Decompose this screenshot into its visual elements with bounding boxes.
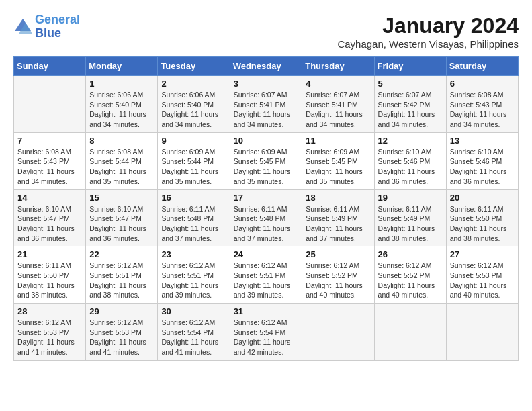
calendar-cell: 20Sunrise: 6:11 AMSunset: 5:50 PMDayligh… [446,189,518,246]
calendar-cell [446,304,518,361]
calendar-cell: 25Sunrise: 6:12 AMSunset: 5:52 PMDayligh… [302,246,374,304]
page-header: General Blue January 2024 Cayhagan, West… [13,13,519,50]
day-number: 16 [161,193,226,203]
day-info: Sunrise: 6:12 AMSunset: 5:52 PMDaylight:… [378,261,443,300]
day-info: Sunrise: 6:11 AMSunset: 5:50 PMDaylight:… [17,261,82,300]
calendar-cell: 5Sunrise: 6:07 AMSunset: 5:42 PMDaylight… [374,76,446,133]
calendar-cell: 30Sunrise: 6:12 AMSunset: 5:54 PMDayligh… [158,304,230,361]
day-number: 14 [17,193,82,203]
logo-icon [13,17,32,36]
calendar-cell: 14Sunrise: 6:10 AMSunset: 5:47 PMDayligh… [14,189,86,246]
day-number: 8 [89,136,154,146]
calendar-cell: 1Sunrise: 6:06 AMSunset: 5:40 PMDaylight… [86,76,158,133]
day-number: 23 [161,249,226,259]
day-number: 7 [17,136,82,146]
day-info: Sunrise: 6:10 AMSunset: 5:47 PMDaylight:… [89,204,154,244]
calendar-cell: 19Sunrise: 6:11 AMSunset: 5:49 PMDayligh… [374,189,446,246]
calendar-cell: 28Sunrise: 6:12 AMSunset: 5:53 PMDayligh… [14,304,86,361]
calendar-cell: 27Sunrise: 6:12 AMSunset: 5:53 PMDayligh… [446,246,518,304]
calendar-week-row: 28Sunrise: 6:12 AMSunset: 5:53 PMDayligh… [14,304,519,361]
day-number: 2 [161,79,226,89]
day-info: Sunrise: 6:06 AMSunset: 5:40 PMDaylight:… [89,90,154,130]
calendar-cell: 3Sunrise: 6:07 AMSunset: 5:41 PMDaylight… [230,76,302,133]
day-info: Sunrise: 6:12 AMSunset: 5:52 PMDaylight:… [306,261,370,300]
logo-text: General Blue [35,13,80,40]
day-number: 1 [89,79,154,89]
day-info: Sunrise: 6:06 AMSunset: 5:40 PMDaylight:… [161,90,226,130]
calendar-cell: 29Sunrise: 6:12 AMSunset: 5:53 PMDayligh… [86,304,158,361]
day-info: Sunrise: 6:11 AMSunset: 5:49 PMDaylight:… [306,204,370,244]
day-number: 28 [17,306,82,316]
day-info: Sunrise: 6:07 AMSunset: 5:42 PMDaylight:… [378,90,443,130]
calendar-cell: 22Sunrise: 6:12 AMSunset: 5:51 PMDayligh… [86,246,158,304]
day-number: 30 [161,306,226,316]
calendar-cell: 2Sunrise: 6:06 AMSunset: 5:40 PMDaylight… [158,76,230,133]
day-info: Sunrise: 6:10 AMSunset: 5:46 PMDaylight:… [378,147,443,187]
calendar-week-row: 7Sunrise: 6:08 AMSunset: 5:43 PMDaylight… [14,132,519,189]
title-block: January 2024 Cayhagan, Western Visayas, … [337,13,519,50]
day-number: 21 [17,249,82,259]
day-number: 4 [306,79,370,89]
day-info: Sunrise: 6:12 AMSunset: 5:51 PMDaylight:… [234,261,299,300]
col-header-tuesday: Tuesday [158,57,230,76]
calendar-cell: 7Sunrise: 6:08 AMSunset: 5:43 PMDaylight… [14,132,86,189]
calendar-cell [14,76,86,133]
day-number: 12 [378,136,443,146]
day-info: Sunrise: 6:07 AMSunset: 5:41 PMDaylight:… [306,90,370,130]
day-number: 6 [450,79,515,89]
calendar-cell: 18Sunrise: 6:11 AMSunset: 5:49 PMDayligh… [302,189,374,246]
calendar-cell: 21Sunrise: 6:11 AMSunset: 5:50 PMDayligh… [14,246,86,304]
day-number: 15 [89,193,154,203]
day-info: Sunrise: 6:11 AMSunset: 5:49 PMDaylight:… [378,204,443,244]
day-number: 13 [450,136,515,146]
calendar-week-row: 21Sunrise: 6:11 AMSunset: 5:50 PMDayligh… [14,246,519,304]
calendar-cell [302,304,374,361]
col-header-sunday: Sunday [14,57,86,76]
calendar-cell: 13Sunrise: 6:10 AMSunset: 5:46 PMDayligh… [446,132,518,189]
col-header-saturday: Saturday [446,57,518,76]
day-number: 10 [234,136,299,146]
day-info: Sunrise: 6:12 AMSunset: 5:51 PMDaylight:… [89,261,154,300]
day-info: Sunrise: 6:12 AMSunset: 5:54 PMDaylight:… [234,318,299,357]
calendar-cell: 17Sunrise: 6:11 AMSunset: 5:48 PMDayligh… [230,189,302,246]
day-number: 20 [450,193,515,203]
day-info: Sunrise: 6:12 AMSunset: 5:51 PMDaylight:… [161,261,226,300]
day-info: Sunrise: 6:08 AMSunset: 5:44 PMDaylight:… [89,147,154,187]
calendar-cell: 31Sunrise: 6:12 AMSunset: 5:54 PMDayligh… [230,304,302,361]
calendar-cell: 24Sunrise: 6:12 AMSunset: 5:51 PMDayligh… [230,246,302,304]
calendar-cell: 16Sunrise: 6:11 AMSunset: 5:48 PMDayligh… [158,189,230,246]
day-number: 22 [89,249,154,259]
calendar-table: SundayMondayTuesdayWednesdayThursdayFrid… [13,56,519,361]
calendar-cell [374,304,446,361]
day-info: Sunrise: 6:09 AMSunset: 5:45 PMDaylight:… [234,147,299,187]
day-info: Sunrise: 6:08 AMSunset: 5:43 PMDaylight:… [17,147,82,187]
day-number: 24 [234,249,299,259]
day-number: 31 [234,306,299,316]
day-info: Sunrise: 6:11 AMSunset: 5:50 PMDaylight:… [450,204,515,244]
day-info: Sunrise: 6:10 AMSunset: 5:46 PMDaylight:… [450,147,515,187]
day-info: Sunrise: 6:09 AMSunset: 5:44 PMDaylight:… [161,147,226,187]
day-number: 26 [378,249,443,259]
calendar-cell: 6Sunrise: 6:08 AMSunset: 5:43 PMDaylight… [446,76,518,133]
day-number: 9 [161,136,226,146]
day-info: Sunrise: 6:12 AMSunset: 5:54 PMDaylight:… [161,318,226,357]
calendar-cell: 11Sunrise: 6:09 AMSunset: 5:45 PMDayligh… [302,132,374,189]
calendar-cell: 8Sunrise: 6:08 AMSunset: 5:44 PMDaylight… [86,132,158,189]
calendar-cell: 4Sunrise: 6:07 AMSunset: 5:41 PMDaylight… [302,76,374,133]
month-title: January 2024 [337,13,519,38]
day-info: Sunrise: 6:08 AMSunset: 5:43 PMDaylight:… [450,90,515,130]
calendar-header-row: SundayMondayTuesdayWednesdayThursdayFrid… [14,57,519,76]
day-number: 11 [306,136,370,146]
day-info: Sunrise: 6:12 AMSunset: 5:53 PMDaylight:… [17,318,82,357]
logo: General Blue [13,13,80,40]
day-info: Sunrise: 6:12 AMSunset: 5:53 PMDaylight:… [89,318,154,357]
calendar-week-row: 1Sunrise: 6:06 AMSunset: 5:40 PMDaylight… [14,76,519,133]
day-number: 19 [378,193,443,203]
day-number: 17 [234,193,299,203]
col-header-friday: Friday [374,57,446,76]
location-subtitle: Cayhagan, Western Visayas, Philippines [337,38,519,50]
day-number: 29 [89,306,154,316]
day-info: Sunrise: 6:11 AMSunset: 5:48 PMDaylight:… [161,204,226,244]
calendar-cell: 12Sunrise: 6:10 AMSunset: 5:46 PMDayligh… [374,132,446,189]
calendar-week-row: 14Sunrise: 6:10 AMSunset: 5:47 PMDayligh… [14,189,519,246]
